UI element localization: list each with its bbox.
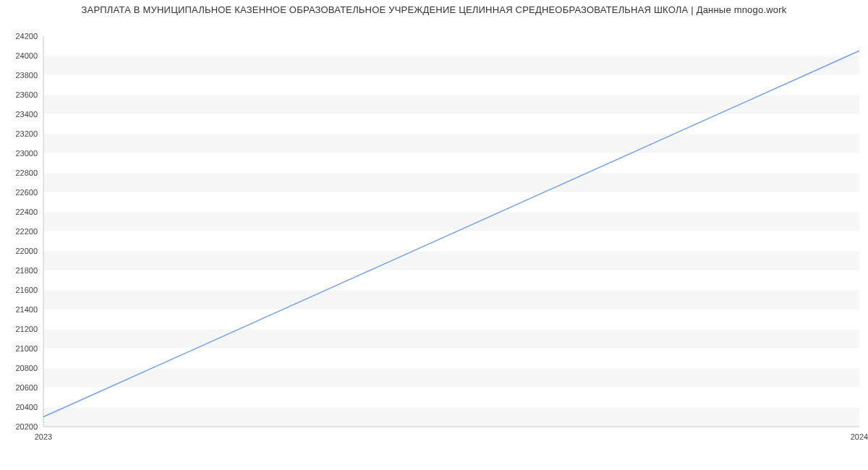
y-tick-label: 23200 [15,129,38,138]
y-tick-label: 24000 [15,51,38,60]
y-tick-label: 20800 [15,364,38,372]
y-tick-label: 21800 [15,266,38,275]
y-tick-label: 21600 [15,286,38,294]
salary-line-chart: ЗАРПЛАТА В МУНИЦИПАЛЬНОЕ КАЗЕННОЕ ОБРАЗО… [0,0,868,470]
grid-band [43,251,859,270]
grid-band [43,290,859,309]
grid-band [43,212,859,231]
y-tick-label: 22800 [15,168,38,177]
y-tick-label: 21200 [15,325,38,333]
y-tick-label: 20400 [15,403,38,411]
chart-title: ЗАРПЛАТА В МУНИЦИПАЛЬНОЕ КАЗЕННОЕ ОБРАЗО… [0,4,868,15]
y-tick-label: 20600 [15,383,38,392]
y-tick-label: 20200 [15,422,38,431]
y-tick-label: 23800 [15,71,38,80]
y-tick-label: 22000 [15,247,38,255]
grid-band [43,56,859,75]
x-tick-label: 2023 [35,432,52,441]
chart-svg: 2020020400206002080021000212002140021600… [0,0,868,470]
y-tick-label: 22200 [15,227,38,236]
y-tick-label: 23000 [15,149,38,158]
y-tick-label: 21000 [15,344,38,353]
y-tick-label: 23600 [15,90,38,99]
grid-band [43,95,859,114]
y-tick-label: 21400 [15,305,38,314]
grid-band [43,173,859,192]
y-tick-label: 22400 [15,208,38,216]
x-tick-label: 2024 [851,432,868,441]
grid-band [43,134,859,153]
y-tick-label: 24200 [15,32,38,40]
grid-band [43,329,859,349]
y-tick-label: 22600 [15,188,38,197]
y-tick-label: 23400 [15,110,38,119]
grid-band [43,407,859,427]
grid-band [43,368,859,388]
